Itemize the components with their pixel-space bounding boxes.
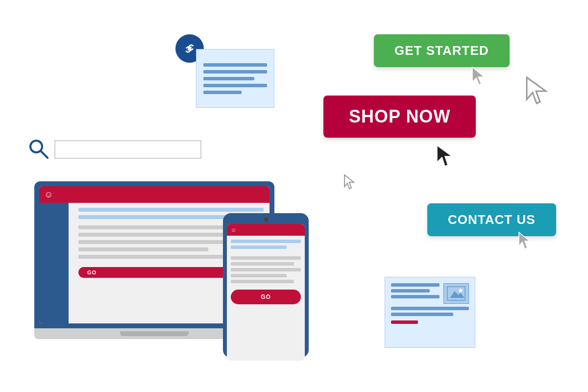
doc-line [203, 77, 254, 80]
cursor-light-large-svg [524, 76, 550, 106]
phone-go-button[interactable]: GO [231, 290, 301, 304]
phone-smiley-icon: ☺ [231, 227, 236, 233]
doc-line [203, 70, 267, 74]
phone-line [231, 240, 301, 243]
laptop-smiley-icon: ☺ [44, 190, 53, 200]
laptop-sidebar [39, 203, 69, 323]
phone-titlebar: ☺ [227, 224, 305, 236]
laptop-titlebar: ☺ [39, 186, 270, 203]
search-svg [27, 137, 49, 160]
cursor-small-light-svg [343, 174, 358, 192]
cursor-contact-us-svg [517, 231, 533, 250]
phone-line [231, 245, 287, 249]
card-line [391, 289, 430, 293]
card-line [391, 313, 453, 316]
phone-camera [264, 217, 269, 222]
phone-line [231, 256, 301, 260]
phone-line [231, 274, 287, 277]
card-text-lines [391, 283, 440, 298]
svg-marker-5 [344, 175, 354, 189]
laptop-foot [120, 331, 189, 336]
phone-illustration: ☺ GO [223, 213, 309, 358]
image-icon-svg [447, 286, 466, 301]
card-image-placeholder [443, 283, 469, 304]
phone-line [231, 262, 294, 266]
svg-line-1 [41, 151, 48, 158]
shop-now-button[interactable]: SHOP NOW [323, 96, 476, 138]
svg-point-9 [459, 289, 463, 293]
card-red-bar [391, 320, 418, 324]
cursor-dark-svg [435, 145, 455, 168]
svg-marker-3 [437, 146, 452, 166]
doc-line [203, 63, 267, 67]
search-icon [27, 137, 49, 162]
card-line [391, 307, 469, 310]
phone-line [231, 268, 301, 271]
svg-marker-6 [519, 232, 530, 249]
cursor-arrow-svg [470, 66, 488, 87]
search-input[interactable] [54, 140, 201, 159]
phone-screen: ☺ GO [227, 224, 305, 361]
phone-line [231, 280, 294, 283]
svg-marker-2 [472, 67, 484, 85]
phone-content: GO [227, 236, 305, 308]
card-top-row [391, 283, 469, 304]
svg-marker-4 [527, 77, 546, 103]
search-bar [27, 137, 201, 162]
image-text-card [385, 277, 475, 348]
card-line [391, 283, 440, 287]
chain-link-icon [182, 41, 197, 56]
card-bottom-lines [391, 307, 469, 324]
contact-us-button[interactable]: CONTACT US [427, 203, 556, 236]
get-started-button[interactable]: GET STARTED [374, 34, 510, 67]
doc-line [203, 84, 267, 87]
doc-line [203, 91, 242, 94]
card-line [391, 295, 440, 298]
document-card [196, 49, 274, 108]
